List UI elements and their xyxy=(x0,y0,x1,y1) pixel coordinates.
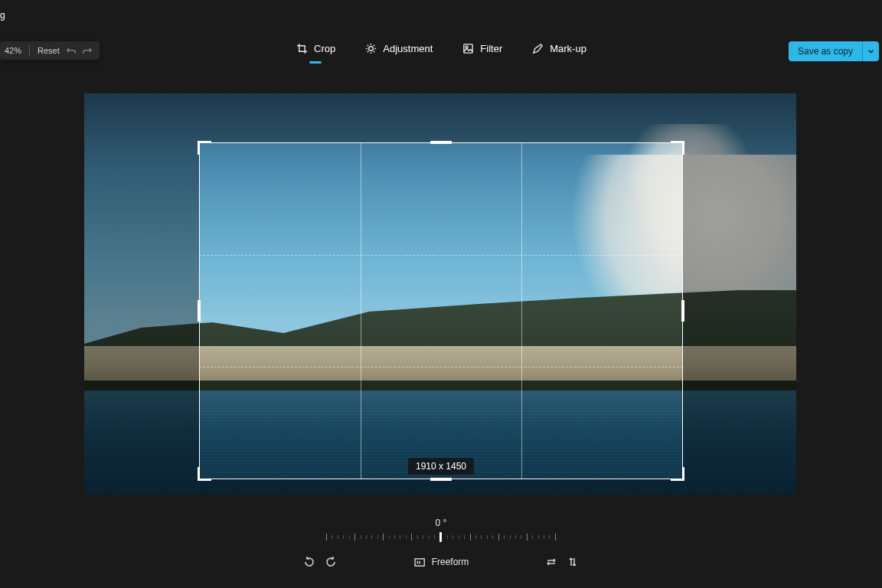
rotation-tick xyxy=(377,535,378,539)
crop-dimensions-badge: 1910 x 1450 xyxy=(408,458,474,475)
rotation-tick xyxy=(354,534,355,541)
tab-markup-label: Mark-up xyxy=(550,43,586,54)
save-dropdown-button[interactable] xyxy=(862,41,879,61)
tab-markup[interactable]: Mark-up xyxy=(530,38,588,62)
rotation-tick xyxy=(555,534,556,541)
crop-dim-right xyxy=(683,142,796,479)
rotation-tick xyxy=(549,535,550,539)
crop-dim-bottom xyxy=(84,479,796,495)
rotation-tick xyxy=(475,535,476,539)
crop-grid-h1 xyxy=(199,255,683,256)
crop-dim-left xyxy=(84,142,199,479)
crop-rectangle[interactable]: 1910 x 1450 xyxy=(199,142,683,479)
rotation-angle-label: 0 ° xyxy=(0,518,882,528)
markup-icon xyxy=(531,42,544,54)
crop-dim-top xyxy=(84,93,796,142)
rotation-tick xyxy=(487,535,488,539)
adjustment-icon xyxy=(364,42,377,54)
tab-crop[interactable]: Crop xyxy=(294,38,337,62)
crop-grid-v2 xyxy=(521,142,522,479)
crop-handle-tr[interactable] xyxy=(671,141,684,155)
rotation-tick xyxy=(434,535,435,539)
bottom-controls: Freeform xyxy=(0,556,882,576)
rotation-tick xyxy=(411,534,412,541)
rotate-cw-icon[interactable] xyxy=(325,556,337,568)
aspect-ratio-icon xyxy=(413,556,426,568)
rotation-tick xyxy=(406,535,407,539)
rotation-tick xyxy=(343,535,344,539)
rotate-ccw-icon[interactable] xyxy=(303,556,315,568)
crop-handle-right[interactable] xyxy=(681,300,684,322)
rotation-tick xyxy=(389,535,390,539)
svg-point-0 xyxy=(368,46,373,51)
aspect-ratio-button[interactable]: Freeform xyxy=(413,556,469,568)
mode-tabs: Crop Adjustment Filter Mark-up xyxy=(0,38,882,61)
tab-adjustment[interactable]: Adjustment xyxy=(363,38,434,62)
tab-adjustment-label: Adjustment xyxy=(383,43,433,54)
rotation-tick xyxy=(338,535,338,539)
save-as-copy-button[interactable]: Save as copy xyxy=(789,41,862,61)
flip-horizontal-icon[interactable] xyxy=(545,556,557,568)
rotation-tick xyxy=(447,535,448,539)
rotation-tick xyxy=(423,535,423,539)
rotation-tick xyxy=(492,535,493,539)
rotation-tick xyxy=(504,535,505,539)
rotation-tick xyxy=(544,535,544,539)
rotation-tick xyxy=(383,534,384,541)
crop-handle-tl[interactable] xyxy=(198,141,211,155)
rotation-tick xyxy=(400,535,400,539)
rotation-tick xyxy=(464,535,465,539)
flip-vertical-icon[interactable] xyxy=(567,556,579,568)
rotation-tick xyxy=(538,535,539,539)
rotation-tick xyxy=(429,535,430,539)
rotation-tick xyxy=(481,535,482,539)
crop-grid-h2 xyxy=(199,367,683,368)
rotation-tick xyxy=(371,535,372,539)
rotation-tick xyxy=(515,535,516,539)
rotation-tick xyxy=(452,535,453,539)
rotation-tick xyxy=(417,535,418,539)
rotation-tick xyxy=(521,535,521,539)
chevron-down-icon xyxy=(867,47,874,55)
rotation-tick xyxy=(349,535,350,539)
rotation-tick xyxy=(361,535,361,539)
rotation-tick xyxy=(527,534,528,541)
rotation-tick xyxy=(510,535,511,539)
rotation-tick xyxy=(532,535,533,539)
rotation-slider[interactable] xyxy=(326,531,556,543)
rotation-tick xyxy=(366,535,367,539)
image-canvas[interactable]: 1910 x 1450 xyxy=(84,93,796,495)
crop-grid-v1 xyxy=(361,142,361,479)
svg-rect-1 xyxy=(464,44,472,52)
rotation-tick xyxy=(326,534,327,541)
rotation-tick xyxy=(394,535,395,539)
save-group: Save as copy xyxy=(789,41,879,61)
crop-border xyxy=(199,142,683,479)
rotation-tick xyxy=(498,534,499,541)
rotation-tick xyxy=(470,534,471,541)
rotation-tick xyxy=(459,535,459,539)
filter-icon xyxy=(462,42,474,54)
tab-filter-label: Filter xyxy=(480,43,502,54)
crop-handle-br[interactable] xyxy=(671,467,684,481)
tab-filter[interactable]: Filter xyxy=(460,38,504,62)
crop-icon xyxy=(296,42,308,54)
aspect-ratio-label: Freeform xyxy=(432,557,469,567)
filename-fragment: g xyxy=(0,10,5,21)
rotation-tick xyxy=(332,535,332,539)
crop-handle-top[interactable] xyxy=(430,141,452,144)
tab-crop-label: Crop xyxy=(314,43,335,54)
rotation-thumb[interactable] xyxy=(439,532,442,542)
crop-handle-bottom[interactable] xyxy=(430,478,452,481)
crop-handle-bl[interactable] xyxy=(198,467,211,481)
crop-handle-left[interactable] xyxy=(198,300,201,322)
